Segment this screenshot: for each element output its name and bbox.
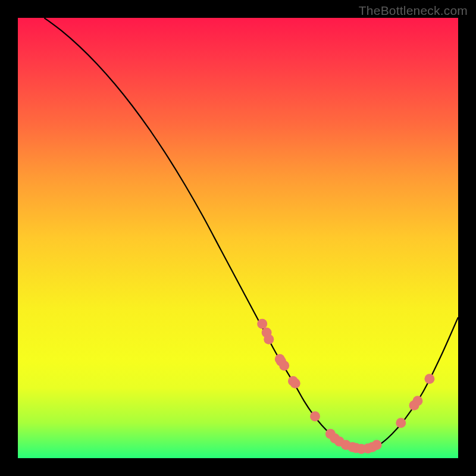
data-point xyxy=(372,440,382,450)
chart-svg xyxy=(18,18,458,458)
bottleneck-curve xyxy=(44,18,458,449)
chart-area xyxy=(18,18,458,458)
data-point xyxy=(310,411,320,421)
data-point xyxy=(396,418,406,428)
data-point xyxy=(279,361,289,371)
data-points xyxy=(257,319,434,454)
data-point xyxy=(264,334,274,345)
data-point xyxy=(257,319,267,329)
data-point xyxy=(290,378,300,389)
data-point xyxy=(424,374,434,384)
data-point xyxy=(412,396,422,406)
credit-text: TheBottleneck.com xyxy=(359,4,468,18)
